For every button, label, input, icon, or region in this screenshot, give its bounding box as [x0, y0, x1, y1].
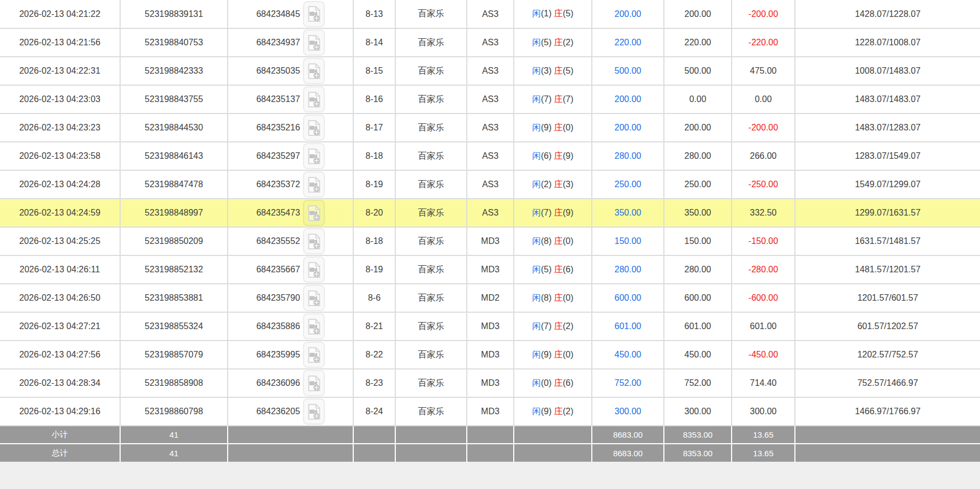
table-row[interactable]: 2026-02-13 04:21:22 523198839131 6842348… [0, 0, 980, 28]
video-replay-button[interactable] [303, 200, 325, 226]
cell-bet-amount[interactable]: 220.00 [592, 28, 664, 57]
table-row[interactable]: 2026-02-13 04:24:59 523198848997 6842354… [0, 199, 980, 227]
cell-balance: 1481.57/1201.57 [795, 255, 980, 284]
table-row[interactable]: 2026-02-13 04:24:28 523198847478 6842353… [0, 170, 980, 199]
cell-bet-id: 523198852132 [120, 255, 228, 284]
cell-bet-amount[interactable]: 280.00 [592, 142, 664, 170]
subtotal-winloss: 13.65 [732, 426, 795, 444]
table-row[interactable]: 2026-02-13 04:23:03 523198843755 6842351… [0, 85, 980, 114]
video-replay-icon [307, 233, 321, 250]
total-empty-cell [514, 444, 592, 462]
video-replay-button[interactable] [303, 143, 325, 169]
video-replay-button[interactable] [303, 313, 325, 339]
cell-bet-time: 2026-02-13 04:24:59 [0, 199, 120, 227]
cell-bet-amount[interactable]: 200.00 [592, 0, 664, 28]
subtotal-empty-cell [353, 426, 395, 444]
table-row[interactable]: 2026-02-13 04:21:56 523198840753 6842349… [0, 28, 980, 57]
cell-game-result: 闲(5) 庄(2) [514, 28, 592, 57]
total-empty-cell [395, 444, 467, 462]
round-id-text: 684235995 [256, 350, 300, 360]
cell-bet-amount[interactable]: 200.00 [592, 114, 664, 142]
cell-bet-time: 2026-02-13 04:23:23 [0, 114, 120, 142]
total-winloss: 13.65 [732, 444, 795, 462]
banker-result-label: 庄 [554, 350, 563, 359]
cell-bet-amount[interactable]: 601.00 [592, 312, 664, 341]
cell-valid-amount: 200.00 [664, 0, 732, 28]
cell-valid-amount: 600.00 [664, 284, 732, 312]
video-replay-icon [307, 120, 321, 136]
total-row: 总计 41 8683.00 8353.00 13.65 [0, 444, 980, 462]
video-replay-button[interactable] [303, 228, 325, 254]
banker-result-score: (7) [563, 94, 574, 104]
cell-bet-time: 2026-02-13 04:21:56 [0, 28, 120, 57]
cell-winloss: -600.00 [732, 284, 795, 312]
table-row[interactable]: 2026-02-13 04:28:34 523198858908 6842360… [0, 369, 980, 397]
video-replay-button[interactable] [303, 86, 325, 112]
cell-bet-amount[interactable]: 450.00 [592, 341, 664, 369]
cell-table-name: MD3 [467, 227, 514, 255]
table-row[interactable]: 2026-02-13 04:22:31 523198842333 6842350… [0, 57, 980, 85]
video-replay-button[interactable] [303, 342, 325, 368]
video-replay-button[interactable] [303, 257, 325, 283]
cell-table-name: AS3 [467, 142, 514, 170]
cell-bet-amount[interactable]: 250.00 [592, 170, 664, 199]
video-replay-button[interactable] [303, 285, 325, 311]
cell-bet-amount[interactable]: 752.00 [592, 369, 664, 397]
cell-bet-amount[interactable]: 150.00 [592, 227, 664, 255]
cell-bet-time: 2026-02-13 04:29:16 [0, 397, 120, 426]
cell-game-type: 百家乐 [395, 0, 467, 28]
player-result-score: (6) [541, 151, 552, 160]
cell-game-type: 百家乐 [395, 341, 467, 369]
banker-result-label: 庄 [554, 180, 563, 189]
table-row[interactable]: 2026-02-13 04:23:23 523198844530 6842352… [0, 114, 980, 142]
video-replay-button[interactable] [303, 171, 325, 198]
cell-game-type: 百家乐 [395, 255, 467, 284]
player-result-label: 闲 [532, 321, 541, 331]
cell-game-result: 闲(8) 庄(0) [514, 284, 592, 312]
video-replay-button[interactable] [303, 29, 325, 56]
player-result-label: 闲 [532, 407, 541, 416]
cell-winloss: -450.00 [732, 341, 795, 369]
cell-round-number: 8-19 [353, 255, 395, 284]
cell-bet-amount[interactable]: 200.00 [592, 85, 664, 114]
cell-round-number: 8-18 [353, 227, 395, 255]
table-row[interactable]: 2026-02-13 04:26:50 523198853881 6842357… [0, 284, 980, 312]
subtotal-empty-cell [467, 426, 514, 444]
table-row[interactable]: 2026-02-13 04:29:16 523198860798 6842362… [0, 397, 980, 426]
cell-table-name: MD3 [467, 341, 514, 369]
cell-round-number: 8-15 [353, 57, 395, 85]
table-row[interactable]: 2026-02-13 04:27:21 523198855324 6842358… [0, 312, 980, 341]
table-row[interactable]: 2026-02-13 04:25:25 523198850209 6842355… [0, 227, 980, 255]
video-replay-button[interactable] [303, 370, 325, 396]
cell-balance: 1008.07/1483.07 [795, 57, 980, 85]
cell-winloss: -200.00 [732, 0, 795, 28]
cell-round-id: 684235137 [228, 85, 353, 114]
cell-game-type: 百家乐 [395, 199, 467, 227]
cell-bet-amount[interactable]: 350.00 [592, 199, 664, 227]
cell-bet-amount[interactable]: 300.00 [592, 397, 664, 426]
table-row[interactable]: 2026-02-13 04:26:11 523198852132 6842356… [0, 255, 980, 284]
cell-round-id: 684236205 [228, 397, 353, 426]
cell-bet-amount[interactable]: 600.00 [592, 284, 664, 312]
cell-bet-time: 2026-02-13 04:24:28 [0, 170, 120, 199]
cell-bet-amount[interactable]: 500.00 [592, 57, 664, 85]
cell-game-type: 百家乐 [395, 57, 467, 85]
cell-round-number: 8-23 [353, 369, 395, 397]
player-result-score: (7) [541, 321, 552, 331]
cell-bet-id: 523198850209 [120, 227, 228, 255]
table-row[interactable]: 2026-02-13 04:23:58 523198846143 6842352… [0, 142, 980, 170]
video-replay-button[interactable] [303, 1, 325, 27]
video-replay-button[interactable] [303, 115, 325, 141]
cell-table-name: AS3 [467, 0, 514, 28]
cell-winloss: -150.00 [732, 227, 795, 255]
total-empty-cell [228, 444, 353, 462]
table-row[interactable]: 2026-02-13 04:27:56 523198857079 6842359… [0, 341, 980, 369]
cell-bet-id: 523198847478 [120, 170, 228, 199]
cell-table-name: AS3 [467, 28, 514, 57]
cell-bet-id: 523198846143 [120, 142, 228, 170]
video-replay-button[interactable] [303, 58, 325, 84]
cell-bet-amount[interactable]: 280.00 [592, 255, 664, 284]
video-replay-button[interactable] [303, 398, 325, 425]
banker-result-score: (2) [563, 38, 574, 47]
cell-valid-amount: 450.00 [664, 341, 732, 369]
